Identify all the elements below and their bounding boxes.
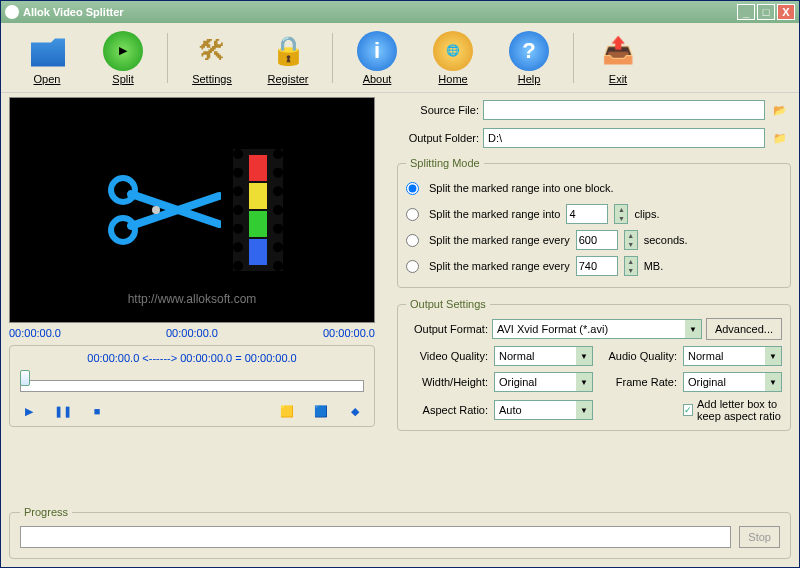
- window-title: Allok Video Splitter: [23, 6, 124, 18]
- time-mid: 00:00:00.0: [166, 327, 218, 339]
- titlebar: ✦ Allok Video Splitter _ □ X: [1, 1, 799, 23]
- source-file-label: Source File:: [397, 104, 479, 116]
- slider-thumb[interactable]: [20, 370, 30, 386]
- split-one-block-radio[interactable]: [406, 182, 419, 195]
- source-file-input[interactable]: [483, 100, 765, 120]
- range-slider-box: 00:00:00.0 <------> 00:00:00.0 = 00:00:0…: [9, 345, 375, 427]
- split-seconds-radio[interactable]: [406, 234, 419, 247]
- letterbox-label: Add letter box to keep aspect ratio: [697, 398, 782, 422]
- time-end: 00:00:00.0: [323, 327, 375, 339]
- play-split-icon: ▶: [103, 31, 143, 71]
- letterbox-checkbox[interactable]: ✓: [683, 404, 693, 416]
- mb-input[interactable]: [576, 256, 618, 276]
- browse-output-button[interactable]: 📁: [769, 128, 791, 148]
- output-settings-group: Output Settings Output Format: AVI Xvid …: [397, 298, 791, 431]
- video-preview: http://www.alloksoft.com: [9, 97, 375, 323]
- tools-icon: 🛠: [192, 31, 232, 71]
- svg-point-0: [111, 178, 135, 202]
- progress-legend: Progress: [20, 506, 72, 518]
- about-button[interactable]: i About: [339, 31, 415, 85]
- globe-icon: 🌐: [433, 31, 473, 71]
- progress-group: Progress Stop: [9, 506, 791, 559]
- progress-bar: [20, 526, 731, 548]
- seconds-input[interactable]: [576, 230, 618, 250]
- output-folder-label: Output Folder:: [397, 132, 479, 144]
- seconds-spinner[interactable]: ▲▼: [624, 230, 638, 250]
- chevron-down-icon: ▼: [576, 373, 592, 391]
- app-icon: ✦: [5, 5, 19, 19]
- splitting-legend: Splitting Mode: [406, 157, 484, 169]
- clips-spinner[interactable]: ▲▼: [614, 204, 628, 224]
- pause-button[interactable]: ❚❚: [54, 402, 72, 420]
- open-button[interactable]: Open: [9, 31, 85, 85]
- audio-quality-select[interactable]: Normal▼: [683, 346, 782, 366]
- exit-icon: 📤: [598, 31, 638, 71]
- advanced-button[interactable]: Advanced...: [706, 318, 782, 340]
- stop-progress-button[interactable]: Stop: [739, 526, 780, 548]
- close-button[interactable]: X: [777, 4, 795, 20]
- range-slider[interactable]: [20, 370, 364, 394]
- lock-icon: 🔒: [268, 31, 308, 71]
- help-button[interactable]: ? Help: [491, 31, 567, 85]
- audio-quality-label: Audio Quality:: [599, 350, 677, 362]
- help-icon: ?: [509, 31, 549, 71]
- register-button[interactable]: 🔒 Register: [250, 31, 326, 85]
- split-clips-radio[interactable]: [406, 208, 419, 221]
- frame-rate-select[interactable]: Original▼: [683, 372, 782, 392]
- time-start: 00:00:00.0: [9, 327, 61, 339]
- maximize-button[interactable]: □: [757, 4, 775, 20]
- scissors-icon: [101, 160, 221, 260]
- width-height-select[interactable]: Original▼: [494, 372, 593, 392]
- svg-point-1: [111, 218, 135, 242]
- chevron-down-icon: ▼: [576, 401, 592, 419]
- chevron-down-icon: ▼: [765, 373, 781, 391]
- chevron-down-icon: ▼: [765, 347, 781, 365]
- mb-spinner[interactable]: ▲▼: [624, 256, 638, 276]
- mark-end-button[interactable]: 🟦: [312, 402, 330, 420]
- clips-count-input[interactable]: [566, 204, 608, 224]
- output-folder-input[interactable]: [483, 128, 765, 148]
- right-panel: Source File: 📂 Output Folder: 📁 Splittin…: [397, 97, 791, 502]
- folder-open-icon: [27, 31, 67, 71]
- width-height-label: Width/Height:: [406, 376, 488, 388]
- frame-rate-label: Frame Rate:: [599, 376, 677, 388]
- chevron-down-icon: ▼: [576, 347, 592, 365]
- home-button[interactable]: 🌐 Home: [415, 31, 491, 85]
- left-panel: http://www.alloksoft.com 00:00:00.0 00:0…: [9, 97, 389, 502]
- time-labels: 00:00:00.0 00:00:00.0 00:00:00.0: [9, 327, 375, 339]
- stop-button[interactable]: ■: [88, 402, 106, 420]
- app-window: ✦ Allok Video Splitter _ □ X Open ▶ Spli…: [0, 0, 800, 568]
- info-icon: i: [357, 31, 397, 71]
- aspect-ratio-label: Aspect Ratio:: [406, 404, 488, 416]
- watermark-text: http://www.alloksoft.com: [128, 292, 257, 306]
- range-text: 00:00:00.0 <------> 00:00:00.0 = 00:00:0…: [20, 352, 364, 364]
- goto-button[interactable]: ◆: [346, 402, 364, 420]
- split-one-block-label: Split the marked range into one block.: [429, 182, 614, 194]
- aspect-ratio-select[interactable]: Auto▼: [494, 400, 593, 420]
- output-format-select[interactable]: AVI Xvid Format (*.avi)▼: [492, 319, 702, 339]
- settings-button[interactable]: 🛠 Settings: [174, 31, 250, 85]
- split-mb-radio[interactable]: [406, 260, 419, 273]
- exit-button[interactable]: 📤 Exit: [580, 31, 656, 85]
- svg-point-4: [152, 206, 160, 214]
- video-quality-label: Video Quality:: [406, 350, 488, 362]
- browse-source-button[interactable]: 📂: [769, 100, 791, 120]
- minimize-button[interactable]: _: [737, 4, 755, 20]
- mark-start-button[interactable]: 🟨: [278, 402, 296, 420]
- video-quality-select[interactable]: Normal▼: [494, 346, 593, 366]
- split-button[interactable]: ▶ Split: [85, 31, 161, 85]
- toolbar: Open ▶ Split 🛠 Settings 🔒 Register i Abo…: [1, 23, 799, 93]
- chevron-down-icon: ▼: [685, 320, 701, 338]
- play-button[interactable]: ▶: [20, 402, 38, 420]
- output-format-label: Output Format:: [406, 323, 488, 335]
- output-settings-legend: Output Settings: [406, 298, 490, 310]
- splitting-mode-group: Splitting Mode Split the marked range in…: [397, 157, 791, 288]
- film-strip-icon: [233, 149, 283, 271]
